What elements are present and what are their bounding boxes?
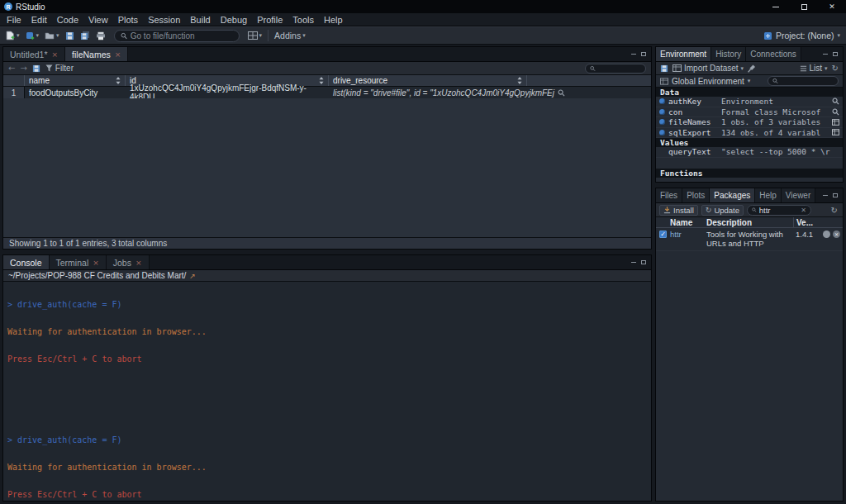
tab-history[interactable]: History <box>711 47 746 61</box>
save-workspace-icon[interactable] <box>660 64 668 73</box>
view-table-icon[interactable] <box>832 129 839 136</box>
menu-item-plots[interactable]: Plots <box>113 13 143 26</box>
menu-item-edit[interactable]: Edit <box>26 13 52 26</box>
tab-viewer[interactable]: Viewer <box>782 188 815 202</box>
column-header-name[interactable]: name <box>25 75 126 86</box>
save-all-button[interactable] <box>78 28 93 43</box>
object-icon <box>659 109 665 115</box>
env-object-authkey[interactable]: authKey Environment <box>656 97 843 107</box>
minimize-pane-icon[interactable] <box>631 262 636 263</box>
menu-item-help[interactable]: Help <box>319 13 348 26</box>
pane-layout-button[interactable]: ▾ <box>245 28 265 43</box>
tab-filenames[interactable]: fileNames × <box>65 47 128 61</box>
column-header-description[interactable]: Description <box>706 218 793 227</box>
maximize-pane-icon[interactable] <box>833 193 838 197</box>
clear-search-icon[interactable]: ✕ <box>801 207 806 214</box>
list-view-button[interactable]: List ▾ <box>800 64 828 73</box>
scope-selector[interactable]: Global Environment <box>672 77 744 86</box>
tab-console[interactable]: Console <box>3 255 50 269</box>
table-search-box[interactable] <box>585 64 646 74</box>
close-tab-icon[interactable]: × <box>93 259 99 267</box>
tab-files[interactable]: Files <box>656 188 682 202</box>
addins-button[interactable]: Addins ▾ <box>272 28 308 43</box>
menu-item-tools[interactable]: Tools <box>288 13 319 26</box>
maximize-pane-icon[interactable] <box>833 52 838 56</box>
object-value: "select --top 5000 * \r <box>721 147 839 156</box>
tab-help[interactable]: Help <box>755 188 782 202</box>
tab-packages[interactable]: Packages <box>710 188 755 202</box>
tab-jobs[interactable]: Jobs × <box>107 255 150 269</box>
inspect-cell-icon[interactable] <box>558 89 565 97</box>
package-row-httr[interactable]: ✓ httr Tools for Working with URLs and H… <box>656 228 843 251</box>
save-icon[interactable] <box>32 64 40 73</box>
minimize-pane-icon[interactable] <box>823 54 828 55</box>
env-object-con[interactable]: con Formal class Microsof <box>656 107 843 118</box>
column-header-name[interactable]: Name <box>670 218 706 227</box>
import-dataset-button[interactable]: Import Dataset ▾ <box>673 64 744 73</box>
close-tab-icon[interactable]: × <box>52 50 59 59</box>
package-name-link[interactable]: httr <box>670 230 706 248</box>
tab-untitled1[interactable]: Untitled1* × <box>3 47 65 61</box>
env-object-sqlexport[interactable]: sqlExport 134 obs. of 4 variabl <box>656 128 843 139</box>
minimize-window-button[interactable] <box>762 0 790 13</box>
console-output[interactable]: > drive_auth(cache = F) Waiting for auth… <box>3 282 651 501</box>
clear-objects-broom-icon[interactable] <box>748 64 756 73</box>
refresh-icon[interactable]: ↻ <box>831 206 839 215</box>
back-button[interactable]: ← <box>8 64 15 73</box>
menu-item-file[interactable]: File <box>2 13 26 26</box>
console-line: Press Esc/Ctrl + C to abort <box>7 355 647 364</box>
environment-search-box[interactable] <box>768 76 839 86</box>
menu-item-session[interactable]: Session <box>143 13 185 26</box>
maximize-window-button[interactable] <box>790 0 818 13</box>
tab-terminal[interactable]: Terminal × <box>50 255 107 269</box>
menu-item-profile[interactable]: Profile <box>252 13 288 26</box>
inspect-object-icon[interactable] <box>832 108 839 116</box>
tab-plots[interactable]: Plots <box>682 188 710 202</box>
table-row[interactable]: 1 foodOutputsByCity 1xUzohcQC4Jm0iY4gQpy… <box>3 87 651 98</box>
goto-directory-icon[interactable]: ↗ <box>189 272 196 280</box>
menu-item-build[interactable]: Build <box>185 13 215 26</box>
project-selector[interactable]: Project: (None) ▾ <box>763 31 843 40</box>
inspect-object-icon[interactable] <box>832 97 839 105</box>
menu-item-view[interactable]: View <box>83 13 113 26</box>
packages-search-box[interactable]: ✕ <box>747 205 811 216</box>
close-tab-icon[interactable]: × <box>115 50 121 59</box>
open-file-button[interactable]: ▾ <box>42 28 62 43</box>
package-checkbox[interactable]: ✓ <box>656 230 670 248</box>
close-tab-icon[interactable]: × <box>135 259 142 267</box>
update-button[interactable]: ↻ Update <box>701 205 744 216</box>
refresh-icon[interactable]: ↻ <box>832 64 839 73</box>
maximize-pane-icon[interactable] <box>641 52 646 56</box>
menu-item-debug[interactable]: Debug <box>216 13 252 26</box>
minimize-pane-icon[interactable] <box>823 195 828 196</box>
forward-button[interactable]: → <box>20 64 26 73</box>
view-table-icon[interactable] <box>832 119 839 126</box>
tab-environment[interactable]: Environment <box>656 47 711 61</box>
console-line <box>7 409 647 418</box>
new-file-button[interactable]: ▾ <box>3 28 22 43</box>
install-button[interactable]: Install <box>659 205 698 216</box>
new-project-button[interactable]: ▾ <box>23 28 42 43</box>
env-object-querytext[interactable]: queryText "select --top 5000 * \r <box>656 147 843 158</box>
environment-search-input[interactable] <box>781 77 834 85</box>
print-button[interactable] <box>93 28 108 43</box>
maximize-pane-icon[interactable] <box>641 260 646 264</box>
table-search-input[interactable] <box>598 64 641 73</box>
minimize-pane-icon[interactable] <box>631 54 636 55</box>
goto-file-search[interactable] <box>114 30 240 42</box>
save-button[interactable] <box>63 28 77 43</box>
filter-button[interactable]: Filter <box>45 64 74 73</box>
package-website-icon[interactable] <box>823 231 830 238</box>
close-window-button[interactable]: ✕ <box>818 0 846 13</box>
tab-connections[interactable]: Connections <box>746 47 801 61</box>
install-label: Install <box>673 206 694 215</box>
goto-file-input[interactable] <box>131 31 233 40</box>
maximize-icon <box>801 4 807 10</box>
column-header-drive-resource[interactable]: drive_resource <box>329 75 527 86</box>
remove-package-icon[interactable]: ✕ <box>833 231 840 238</box>
pane-layout-icon <box>248 31 258 40</box>
column-header-version[interactable]: Ve... <box>793 217 821 227</box>
menu-item-code[interactable]: Code <box>52 13 83 26</box>
packages-search-input[interactable] <box>759 206 799 215</box>
env-object-filenames[interactable]: fileNames 1 obs. of 3 variables <box>656 117 843 128</box>
